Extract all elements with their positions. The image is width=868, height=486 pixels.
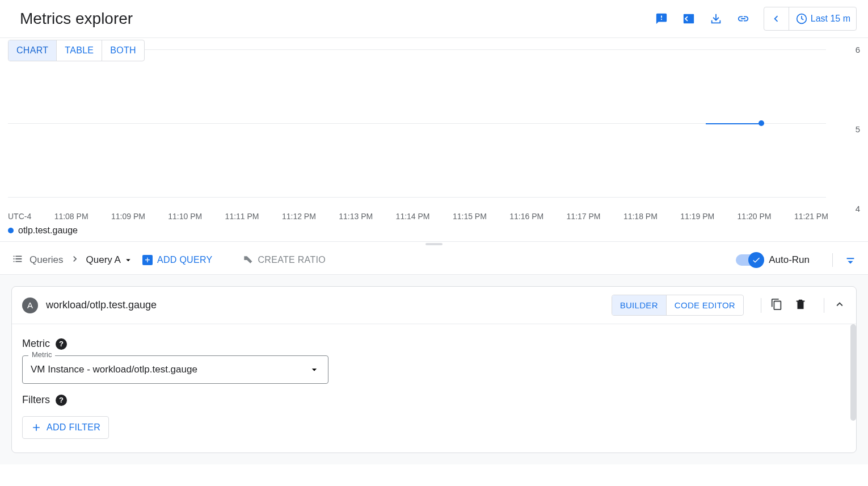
query-badge: A — [22, 298, 38, 313]
metric-section-label: Metric — [22, 338, 50, 350]
clock-icon — [796, 13, 807, 24]
download-icon[interactable] — [702, 7, 730, 30]
chart-legend: otlp.test.gauge — [8, 225, 860, 236]
code-editor-mode-button[interactable]: CODE EDITOR — [666, 295, 743, 315]
create-ratio-button[interactable]: CREATE RATIO — [242, 254, 326, 266]
query-panel: A workload/otlp.test.gauge BUILDER CODE … — [11, 286, 857, 453]
plus-icon — [31, 422, 42, 433]
help-icon[interactable]: ? — [56, 338, 67, 350]
x-tick: 11:11 PM — [225, 212, 259, 221]
x-tick: 11:19 PM — [680, 212, 714, 221]
chevron-right-icon — [69, 253, 81, 267]
copy-icon[interactable] — [770, 298, 783, 313]
add-filter-button[interactable]: ADD FILTER — [22, 416, 109, 439]
y-tick: 6 — [832, 45, 860, 55]
x-tick: 11:13 PM — [339, 212, 373, 221]
queries-list-icon — [11, 253, 24, 267]
x-tick: 11:17 PM — [567, 212, 601, 221]
chart: 6 5 4 — [8, 49, 860, 208]
filters-section-label: Filters — [22, 394, 50, 406]
query-selector[interactable]: Query A — [86, 254, 133, 266]
panel-resize-handle[interactable] — [0, 241, 868, 246]
metric-select-legend: Metric — [28, 350, 55, 359]
x-tick: 11:15 PM — [453, 212, 487, 221]
metric-select-value: VM Instance - workload/otlp.test.gauge — [31, 364, 197, 375]
feedback-icon[interactable] — [648, 7, 675, 30]
delete-icon[interactable] — [794, 298, 807, 313]
dropdown-icon — [123, 255, 133, 265]
x-tick: 11:18 PM — [623, 212, 658, 221]
x-tick: 11:14 PM — [396, 212, 430, 221]
x-tick: 11:10 PM — [168, 212, 202, 221]
collapse-panel-button[interactable] — [824, 298, 846, 313]
view-mode-tabs: CHART TABLE BOTH — [8, 40, 145, 61]
collapse-all-button[interactable] — [832, 253, 857, 267]
tab-table[interactable]: TABLE — [56, 40, 102, 61]
auto-run-toggle[interactable] — [736, 254, 762, 266]
scrollbar[interactable] — [850, 324, 856, 421]
time-range-button[interactable]: Last 15 m — [789, 9, 856, 29]
page-title: Metrics explorer — [20, 10, 133, 28]
add-query-button[interactable]: + ADD QUERY — [142, 255, 213, 265]
x-axis: UTC-4 11:08 PM 11:09 PM 11:10 PM 11:11 P… — [8, 212, 828, 221]
time-range-prev-button[interactable] — [764, 7, 789, 30]
x-tick: 11:12 PM — [282, 212, 316, 221]
tab-both[interactable]: BOTH — [102, 40, 144, 61]
header-actions: Last 15 m — [648, 7, 857, 31]
tab-chart[interactable]: CHART — [9, 40, 56, 61]
query-title: workload/otlp.test.gauge — [46, 299, 604, 311]
merge-icon — [242, 254, 254, 266]
x-tick: 11:20 PM — [738, 212, 772, 221]
builder-mode-button[interactable]: BUILDER — [612, 295, 666, 315]
x-tick: 11:08 PM — [54, 212, 89, 221]
time-range-label: Last 15 m — [811, 14, 850, 24]
x-tick: 11:16 PM — [509, 212, 543, 221]
check-icon — [752, 255, 761, 265]
y-tick: 4 — [832, 204, 860, 213]
metric-select[interactable]: Metric VM Instance - workload/otlp.test.… — [22, 355, 328, 384]
y-tick: 5 — [832, 124, 860, 134]
dropdown-icon — [309, 364, 320, 375]
queries-label: Queries — [30, 254, 64, 266]
legend-series-name: otlp.test.gauge — [18, 225, 78, 236]
auto-run-label: Auto-Run — [769, 254, 810, 266]
x-label-tz: UTC-4 — [8, 212, 31, 221]
help-icon[interactable]: ? — [56, 395, 67, 406]
code-icon[interactable] — [675, 7, 702, 30]
plus-icon: + — [142, 255, 153, 265]
x-tick: 11:21 PM — [794, 212, 828, 221]
x-tick: 11:09 PM — [111, 212, 145, 221]
legend-dot — [8, 228, 14, 233]
link-icon[interactable] — [730, 7, 757, 30]
